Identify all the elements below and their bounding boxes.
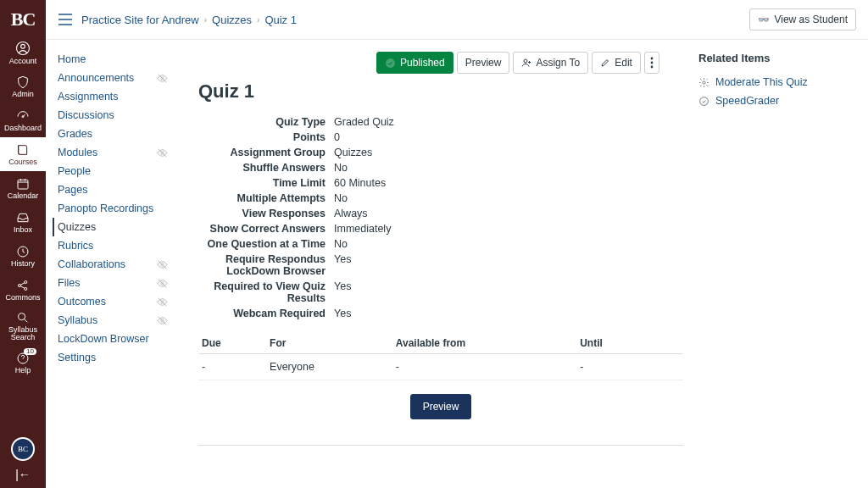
- gnav-courses[interactable]: Courses: [0, 137, 46, 171]
- preview-button[interactable]: Preview: [457, 52, 510, 74]
- preview-quiz-button[interactable]: Preview: [410, 394, 472, 419]
- due-cell: -: [198, 354, 266, 380]
- due-row: -Everyone--: [198, 354, 683, 380]
- course-nav-item[interactable]: Rubrics: [58, 236, 173, 255]
- course-nav-label: Assignments: [58, 91, 119, 103]
- breadcrumb-section[interactable]: Quizzes: [212, 14, 252, 26]
- due-dates-table: DueForAvailable fromUntil -Everyone--: [198, 333, 683, 380]
- svg-point-20: [651, 62, 654, 64]
- quiz-title: Quiz 1: [198, 80, 683, 103]
- search-icon: [16, 311, 30, 324]
- course-nav-item[interactable]: People: [58, 162, 173, 180]
- gnav-commons[interactable]: Commons: [0, 273, 46, 307]
- detail-row: One Question at a TimeNo: [198, 236, 683, 252]
- more-button[interactable]: [644, 52, 659, 74]
- detail-row: Points0: [198, 130, 683, 145]
- course-nav-item[interactable]: Discussions: [58, 106, 173, 125]
- brand-logo[interactable]: BC: [11, 3, 36, 36]
- pencil-icon: [600, 58, 610, 68]
- course-nav-item[interactable]: Settings: [58, 348, 173, 367]
- speedgrader-link[interactable]: SpeedGrader: [698, 92, 854, 110]
- share-icon: [16, 279, 30, 292]
- detail-key: Shuffle Answers: [198, 162, 334, 174]
- detail-value: Graded Quiz: [334, 116, 394, 128]
- gnav-calendar[interactable]: Calendar: [0, 171, 46, 205]
- detail-key: Webcam Required: [198, 308, 334, 319]
- detail-row: Required to View Quiz ResultsYes: [198, 279, 683, 306]
- due-cell: Everyone: [266, 354, 392, 380]
- course-nav-label: Pages: [58, 184, 87, 196]
- course-nav-label: Announcements: [58, 72, 134, 84]
- assign-to-button[interactable]: Assign To: [513, 52, 588, 74]
- hidden-eye-icon: [157, 315, 168, 326]
- course-nav-item[interactable]: Announcements: [58, 69, 173, 87]
- help-icon: 10: [16, 352, 30, 365]
- hamburger-icon[interactable]: [58, 14, 73, 25]
- gnav-admin[interactable]: Admin: [0, 69, 46, 103]
- course-nav-item[interactable]: Files: [58, 274, 173, 292]
- quiz-details: Quiz TypeGraded QuizPoints0Assignment Gr…: [198, 114, 683, 321]
- edit-button[interactable]: Edit: [592, 52, 641, 74]
- calendar-icon: [16, 177, 30, 191]
- svg-point-7: [25, 287, 27, 290]
- detail-key: Required to View Quiz Results: [198, 280, 334, 304]
- gnav-account[interactable]: Account: [0, 36, 46, 69]
- published-button[interactable]: Published: [376, 52, 453, 74]
- detail-row: Quiz TypeGraded Quiz: [198, 114, 683, 130]
- course-nav-item[interactable]: Collaborations: [58, 255, 173, 274]
- collapse-nav-icon[interactable]: |←: [15, 468, 31, 481]
- course-nav-label: LockDown Browser: [58, 333, 149, 345]
- course-nav-item[interactable]: Outcomes: [58, 292, 173, 311]
- course-nav-item[interactable]: Syllabus: [58, 311, 173, 330]
- help-badge-count: 10: [24, 348, 36, 355]
- gnav-dashboard[interactable]: Dashboard: [0, 103, 46, 137]
- user-circle-icon: [15, 41, 31, 56]
- course-nav-item[interactable]: Quizzes: [53, 218, 173, 236]
- detail-value: Yes: [334, 280, 351, 304]
- course-nav-label: Discussions: [58, 109, 114, 121]
- detail-key: View Responses: [198, 208, 334, 219]
- moderate-quiz-link[interactable]: Moderate This Quiz: [698, 73, 854, 92]
- gnav-syllabus-search[interactable]: Syllabus Search: [0, 307, 46, 346]
- course-nav-label: People: [58, 165, 91, 177]
- course-nav-label: Syllabus: [58, 314, 97, 326]
- due-header: For: [266, 333, 392, 354]
- header: Practice Site for Andrew › Quizzes › Qui…: [46, 0, 868, 40]
- breadcrumb-course[interactable]: Practice Site for Andrew: [81, 14, 199, 26]
- gnav-bottom: BC |←: [11, 437, 35, 488]
- detail-key: Quiz Type: [198, 116, 334, 128]
- global-nav: BC Account Admin Dashboard Courses: [0, 0, 46, 488]
- gnav-history[interactable]: History: [0, 239, 46, 273]
- detail-value: 60 Minutes: [334, 177, 386, 189]
- course-nav-item[interactable]: Home: [58, 50, 173, 69]
- course-nav-item[interactable]: Modules: [58, 143, 173, 162]
- detail-value: Quizzes: [334, 147, 372, 158]
- hidden-eye-icon: [157, 73, 168, 84]
- course-nav-item[interactable]: Panopto Recordings: [58, 199, 173, 218]
- detail-value: Always: [334, 208, 368, 219]
- course-nav-item[interactable]: Pages: [58, 180, 173, 199]
- course-nav-item[interactable]: Assignments: [58, 87, 173, 106]
- svg-point-22: [703, 80, 705, 83]
- svg-point-6: [25, 280, 27, 283]
- course-nav-item[interactable]: Grades: [58, 125, 173, 143]
- svg-point-8: [19, 313, 25, 320]
- course-nav-item[interactable]: LockDown Browser: [58, 330, 173, 348]
- course-nav-label: Modules: [58, 147, 97, 158]
- avatar-mini-icon[interactable]: BC: [11, 437, 35, 461]
- gnav-inbox[interactable]: Inbox: [0, 205, 46, 239]
- svg-point-5: [18, 284, 20, 286]
- course-nav-label: Collaborations: [58, 258, 125, 270]
- chevron-right-icon: ›: [257, 15, 259, 25]
- gnav-help[interactable]: 10 Help: [0, 346, 46, 380]
- course-nav: HomeAnnouncementsAssignmentsDiscussionsG…: [46, 40, 173, 488]
- gauge-icon: [16, 109, 30, 123]
- detail-value: Immediately: [334, 223, 391, 235]
- hidden-eye-icon: [157, 259, 168, 270]
- due-header: Until: [576, 333, 683, 354]
- detail-row: Require Respondus LockDown BrowserYes: [198, 252, 683, 279]
- breadcrumb-item[interactable]: Quiz 1: [264, 14, 297, 26]
- hidden-eye-icon: [157, 278, 168, 289]
- breadcrumb: Practice Site for Andrew › Quizzes › Qui…: [81, 14, 297, 26]
- view-as-student-button[interactable]: 👓 View as Student: [749, 8, 856, 30]
